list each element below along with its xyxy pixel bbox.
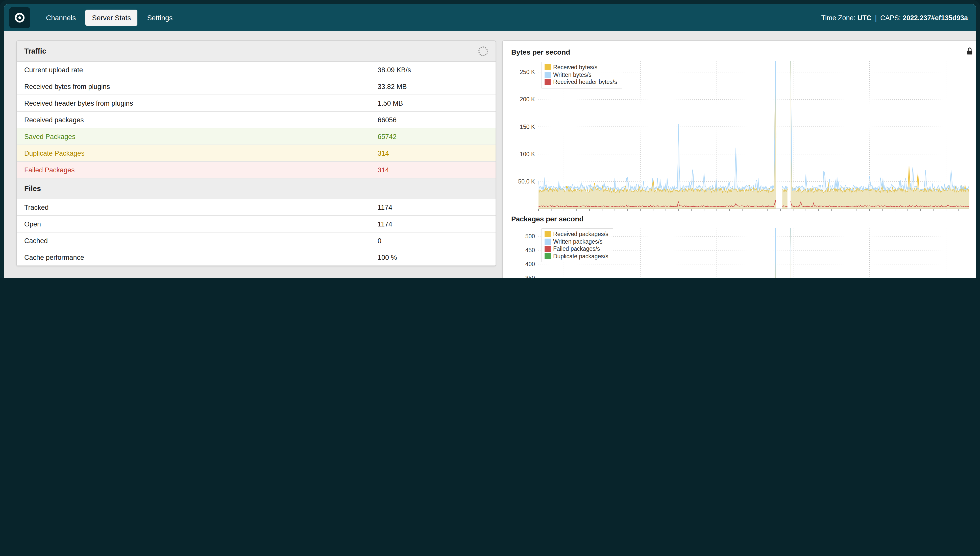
- legend-label: Written packages/s: [553, 238, 603, 245]
- row-value: 314: [371, 145, 496, 161]
- nav-item-channels[interactable]: Channels: [39, 10, 82, 26]
- table-row: Saved Packages65742: [17, 128, 496, 145]
- lock-icon[interactable]: [966, 47, 973, 55]
- navbar: Channels Server Stats Settings Time Zone…: [4, 4, 976, 31]
- brand-logo[interactable]: [9, 7, 30, 28]
- table-row: Cache performance100 %: [17, 249, 496, 266]
- row-value: 314: [371, 162, 496, 178]
- row-label: Open: [17, 216, 371, 232]
- traffic-section-header: Traffic: [17, 41, 496, 61]
- row-label: Duplicate Packages: [17, 145, 371, 161]
- svg-text:100 K: 100 K: [520, 151, 535, 157]
- row-label: Received header bytes from plugins: [17, 95, 371, 111]
- traffic-title: Traffic: [24, 47, 46, 55]
- row-value: 65742: [371, 128, 496, 145]
- row-label: Failed Packages: [17, 162, 371, 178]
- svg-text:250 K: 250 K: [520, 69, 535, 75]
- files-table: Tracked1174Open1174Cached0Cache performa…: [17, 199, 496, 266]
- svg-text:50.0 K: 50.0 K: [518, 178, 535, 185]
- table-row: Received header bytes from plugins1.50 M…: [17, 95, 496, 112]
- legend-swatch-icon: [545, 79, 551, 85]
- chart-legend: Received packages/sWritten packages/sFai…: [542, 228, 614, 262]
- legend-label: Received packages/s: [553, 231, 608, 238]
- legend-item: Written bytes/s: [545, 71, 617, 78]
- svg-text:400: 400: [525, 261, 535, 267]
- row-value: 1174: [371, 216, 496, 232]
- row-value: 100 %: [371, 249, 496, 265]
- bytes-per-second-chart[interactable]: 50.0 K100 K150 K200 K250 KReceived bytes…: [510, 58, 973, 214]
- legend-item: Failed packages/s: [545, 245, 608, 252]
- row-label: Received packages: [17, 112, 371, 128]
- table-row: Current upload rate38.09 KB/s: [17, 61, 496, 78]
- row-value: 1.50 MB: [371, 95, 496, 111]
- legend-label: Received header bytes/s: [553, 78, 617, 86]
- row-value: 38.09 KB/s: [371, 61, 496, 78]
- server-info: Time Zone: UTC|CAPS: 2022.237#ef135d93a: [821, 14, 968, 21]
- table-row: Received packages66056: [17, 112, 496, 128]
- app: Channels Server Stats Settings Time Zone…: [4, 4, 976, 278]
- packages-per-second-chart[interactable]: 50.010015020025030035040045050008:30:002…: [510, 225, 973, 278]
- row-value: 66056: [371, 112, 496, 128]
- svg-text:150 K: 150 K: [520, 124, 535, 130]
- table-row: Cached0: [17, 233, 496, 249]
- chart-legend: Received bytes/sWritten bytes/sReceived …: [542, 61, 622, 88]
- row-label: Tracked: [17, 199, 371, 215]
- chart-title-packages: Packages per second: [511, 215, 973, 223]
- charts-panel: Bytes per second 50.0 K100 K150 K200 K25…: [502, 40, 976, 278]
- legend-swatch-icon: [545, 65, 551, 71]
- legend-item: Received bytes/s: [545, 64, 617, 71]
- row-label: Saved Packages: [17, 128, 371, 145]
- caps-label: CAPS:: [880, 14, 901, 21]
- legend-label: Failed packages/s: [553, 245, 600, 252]
- svg-text:350: 350: [525, 275, 535, 278]
- svg-text:200 K: 200 K: [520, 96, 535, 103]
- legend-label: Duplicate packages/s: [553, 252, 608, 260]
- traffic-table: Current upload rate38.09 KB/sReceived by…: [17, 61, 496, 178]
- legend-item: Received packages/s: [545, 231, 608, 238]
- row-label: Cached: [17, 233, 371, 249]
- legend-label: Received bytes/s: [553, 64, 597, 71]
- legend-swatch-icon: [545, 231, 551, 237]
- legend-item: Received header bytes/s: [545, 78, 617, 86]
- table-row: Tracked1174: [17, 199, 496, 216]
- row-value: 1174: [371, 199, 496, 215]
- info-separator: |: [875, 14, 877, 21]
- svg-text:450: 450: [525, 247, 535, 254]
- legend-swatch-icon: [545, 72, 551, 78]
- row-label: Cache performance: [17, 249, 371, 265]
- window-frame: Channels Server Stats Settings Time Zone…: [0, 0, 980, 278]
- nav-tabs: Channels Server Stats Settings: [39, 10, 179, 26]
- legend-item: Written packages/s: [545, 238, 608, 245]
- table-row: Failed Packages314: [17, 162, 496, 178]
- timezone-label: Time Zone:: [821, 14, 856, 21]
- legend-item: Duplicate packages/s: [545, 252, 608, 260]
- timezone-value: UTC: [858, 14, 872, 21]
- legend-swatch-icon: [545, 239, 551, 245]
- nav-item-server-stats[interactable]: Server Stats: [85, 10, 137, 26]
- svg-text:500: 500: [525, 233, 535, 239]
- files-section-header: Files: [17, 178, 496, 199]
- row-label: Current upload rate: [17, 61, 371, 78]
- files-title: Files: [24, 184, 41, 192]
- table-row: Duplicate Packages314: [17, 145, 496, 162]
- stats-panel: Traffic Current upload rate38.09 KB/sRec…: [16, 40, 496, 267]
- legend-label: Written bytes/s: [553, 71, 592, 78]
- row-value: 0: [371, 233, 496, 249]
- row-label: Received bytes from plugins: [17, 78, 371, 95]
- chart-title-bytes: Bytes per second: [511, 48, 973, 56]
- nav-item-settings[interactable]: Settings: [140, 10, 179, 26]
- legend-swatch-icon: [545, 246, 551, 252]
- caps-version: 2022.237#ef135d93a: [903, 14, 968, 21]
- row-value: 33.82 MB: [371, 78, 496, 95]
- gempa-logo-icon: [13, 11, 26, 24]
- table-row: Received bytes from plugins33.82 MB: [17, 78, 496, 95]
- legend-swatch-icon: [545, 253, 551, 259]
- main-content: Traffic Current upload rate38.09 KB/sRec…: [4, 31, 976, 278]
- table-row: Open1174: [17, 216, 496, 233]
- spinner-icon: [479, 46, 488, 56]
